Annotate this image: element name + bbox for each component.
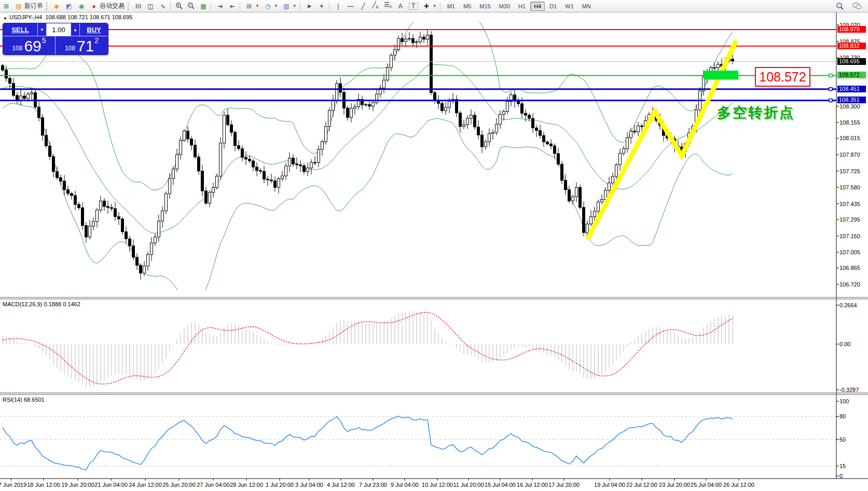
chevron-down-icon: ▼ [293, 4, 297, 8]
market-watch-icon: ◆ [52, 3, 61, 10]
timeframe-button-m15[interactable]: M15 [476, 2, 494, 11]
buy-price[interactable]: 108 71 2 [56, 36, 108, 54]
indicators-button[interactable]: ⊞▼ [243, 2, 261, 11]
timeframe-button-m5[interactable]: M5 [460, 2, 475, 11]
sell-price-big: 69 [24, 39, 41, 53]
candlestick-chart-button[interactable]: ◫ [144, 2, 157, 11]
new-chart-button[interactable]: ⊞ [0, 2, 12, 11]
toolbar-separator [240, 2, 241, 10]
ohlc-values: 108.688 108.721 108.671 108.695 [45, 14, 132, 20]
chart-header: ▲USDJPY-,H4 108.688 108.721 108.671 108.… [3, 14, 132, 20]
new-order-button[interactable]: ▤ 新订单 [12, 1, 45, 11]
price-line-tag: 108.351 [837, 97, 866, 103]
macd-label: MACD(12,26,9) 0.1888 0.1462 [3, 301, 80, 307]
crosshair-tool-button[interactable]: + [315, 2, 328, 11]
chevron-down-icon: ▼ [433, 4, 437, 8]
crosshair-icon: + [318, 3, 326, 10]
timeframe-button-h4[interactable]: H4 [530, 2, 545, 11]
indicator-tick-label: 0 [839, 473, 843, 479]
bar-chart-button[interactable]: ☰ [132, 2, 144, 11]
channel-icon: ╱E [371, 1, 380, 11]
buy-button[interactable]: BUY [80, 23, 108, 36]
zoom-out-icon [187, 2, 195, 10]
vertical-line-icon: | [334, 3, 342, 10]
autotrading-label: 自动交易 [100, 2, 125, 10]
timeframe-button-m1[interactable]: M1 [444, 2, 459, 11]
search-icon [836, 2, 844, 10]
auto-scroll-icon: ⇥ [216, 3, 224, 10]
trendline-icon: ╱ [359, 3, 367, 10]
clock-icon: ◷ [264, 3, 272, 10]
auto-scroll-button[interactable]: ⇥ [214, 2, 226, 11]
text-icon: A [396, 3, 405, 10]
zoom-out-button[interactable] [185, 1, 197, 11]
price-callout-box[interactable]: 108.572 [755, 67, 810, 87]
signals-icon: ◉ [77, 3, 86, 10]
macd-values: 0.1888 0.1462 [44, 301, 80, 307]
vline-tool-button[interactable]: | [332, 2, 345, 11]
sell-button[interactable]: SELL [3, 23, 37, 36]
sell-price-prefix: 108 [12, 43, 22, 53]
toolbar-right-group [834, 1, 868, 11]
toolbar-separator [329, 2, 330, 10]
hline-tool-button[interactable]: — [345, 2, 357, 11]
indicator-tick-label: 100 [839, 398, 849, 404]
volume-increase-button[interactable]: ▲ [71, 23, 79, 36]
line-chart-button[interactable]: ∿ [157, 2, 169, 11]
templates-button[interactable]: ▧▼ [280, 2, 299, 11]
channel-tool-button[interactable]: ╱E [369, 0, 382, 12]
cursor-tool-button[interactable]: ➤ [303, 2, 315, 11]
tile-windows-button[interactable]: ▦ [197, 2, 210, 11]
indicators-add-icon: ⊞ [245, 3, 253, 10]
market-watch-button[interactable]: ◆ [50, 2, 63, 11]
collapse-triangle-icon[interactable]: ▲ [3, 16, 7, 20]
price-line-tag: 108.832 [837, 43, 866, 49]
volume-input[interactable]: 1.00 [47, 23, 71, 36]
indicator-tick-label: 0.2664 [839, 302, 857, 308]
line-chart-icon: ∿ [159, 3, 167, 10]
one-click-trading-panel: SELL ▼ 1.00 ▲ BUY 108 69 5 108 71 2 [3, 23, 108, 55]
volume-decrease-button[interactable]: ▼ [38, 23, 46, 36]
chart-shift-button[interactable]: ⇤ [226, 2, 239, 11]
fibonacci-tool-button[interactable]: ☰F [382, 0, 394, 12]
trendline-tool-button[interactable]: ╱ [357, 2, 369, 11]
buy-price-pip: 2 [94, 37, 99, 44]
indicator-tick-label: 15 [839, 463, 846, 469]
chinese-annotation[interactable]: 多空转折点 [717, 103, 795, 122]
timeframe-button-w1[interactable]: W1 [561, 2, 577, 11]
price-tick-label: 107.295 [839, 216, 860, 223]
time-tick-label: 26 Jul 12:00 [715, 482, 762, 488]
chart-canvas[interactable] [0, 0, 868, 491]
horizontal-line-icon: — [347, 3, 355, 10]
toolbar: ⊞ ▤ 新订单 ◆ ◩ ◉ ● 自动交易 ☰ ◫ ∿ ▦ ⇥ ⇤ ⊞▼ ◷▼ ▧… [0, 0, 868, 12]
price-tick-label: 107.150 [839, 233, 860, 239]
toolbar-separator [211, 2, 212, 10]
navigator-button[interactable]: ◩ [63, 2, 75, 11]
price-tick-label: 107.580 [839, 184, 860, 190]
text-tool-button[interactable]: A [394, 2, 407, 11]
signals-button[interactable]: ◉ [75, 2, 88, 11]
timeframe-button-d1[interactable]: D1 [546, 2, 560, 11]
timeframe-button-mn[interactable]: MN [578, 2, 595, 11]
label-tool-button[interactable]: T [407, 2, 420, 11]
chat-button[interactable] [850, 1, 864, 11]
new-order-icon: ▤ [15, 3, 23, 10]
shapes-tool-button[interactable]: ✚▼ [420, 2, 439, 11]
timeframe-button-h1[interactable]: H1 [515, 2, 529, 11]
mt4-window: ⊞ ▤ 新订单 ◆ ◩ ◉ ● 自动交易 ☰ ◫ ∿ ▦ ⇥ ⇤ ⊞▼ ◷▼ ▧… [0, 0, 868, 491]
buy-price-prefix: 108 [65, 43, 75, 53]
chat-icon [852, 2, 862, 10]
periods-button[interactable]: ◷▼ [261, 2, 280, 11]
zoom-in-button[interactable] [173, 1, 185, 11]
navigator-icon: ◩ [65, 3, 73, 10]
autotrading-button[interactable]: ● 自动交易 [88, 1, 127, 11]
buy-price-big: 71 [77, 39, 94, 53]
sell-price[interactable]: 108 69 5 [3, 36, 55, 54]
indicator-tick-label: 50 [839, 437, 846, 443]
toolbar-separator [300, 2, 301, 10]
search-button[interactable] [834, 1, 846, 11]
price-tick-label: 107.870 [839, 152, 860, 158]
autotrading-icon: ● [90, 3, 98, 10]
timeframe-button-m30[interactable]: M30 [495, 2, 514, 11]
price-line-tag: 108.979 [837, 26, 866, 33]
